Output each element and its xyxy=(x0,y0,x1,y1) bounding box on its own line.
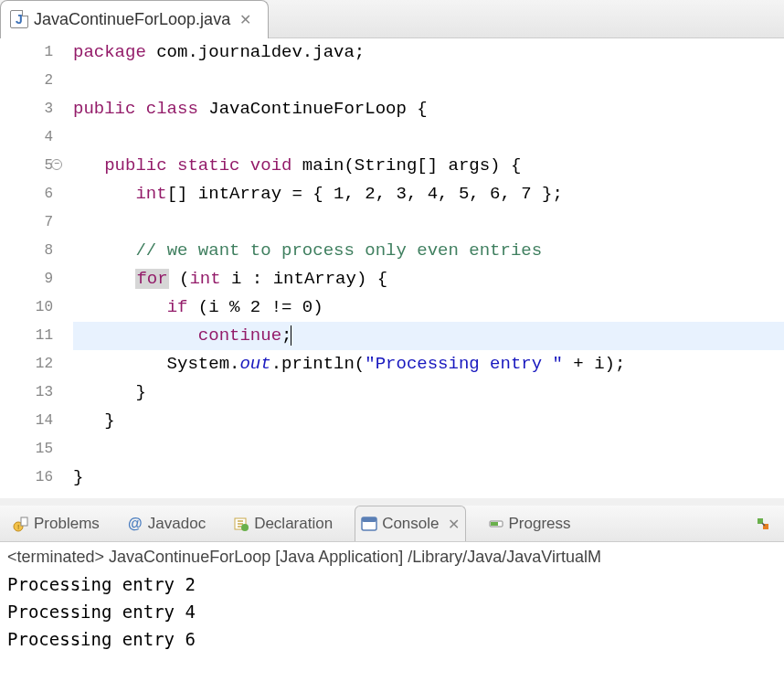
console-output-line: Processing entry 2 xyxy=(7,570,777,598)
tab-javadoc[interactable]: @ Javadoc xyxy=(122,506,211,541)
code-line[interactable]: public static void main(String[] args) { xyxy=(73,152,784,180)
editor-tab-filename: JavaContinueForLoop.java xyxy=(34,10,230,29)
progress-icon xyxy=(488,516,504,532)
console-status-line: <terminated> JavaContinueForLoop [Java A… xyxy=(7,548,777,567)
code-line[interactable]: package com.journaldev.java; xyxy=(73,38,784,67)
view-tab-bar: ! Problems @ Javadoc Declaration Console… xyxy=(0,506,784,542)
svg-text:!: ! xyxy=(17,523,19,531)
problems-icon: ! xyxy=(13,516,29,532)
tab-problems[interactable]: ! Problems xyxy=(7,506,105,541)
editor-tab-active[interactable]: J JavaContinueForLoop.java ✕ xyxy=(0,0,269,38)
editor-tab-bar: J JavaContinueForLoop.java ✕ xyxy=(0,0,784,38)
tab-progress[interactable]: Progress xyxy=(482,506,577,541)
code-line[interactable]: continue; xyxy=(73,322,784,350)
code-line[interactable]: public class JavaContinueForLoop { xyxy=(73,95,784,123)
java-file-icon: J xyxy=(10,10,28,28)
code-editor[interactable]: 12345−678910111213141516 package com.jou… xyxy=(0,38,784,498)
close-icon[interactable]: ✕ xyxy=(448,516,460,533)
line-number: 4 xyxy=(0,123,53,152)
tab-label: Problems xyxy=(34,515,100,533)
code-line[interactable]: for (int i : intArray) { xyxy=(73,265,784,293)
line-number: 2 xyxy=(0,67,53,95)
code-line[interactable]: int[] intArray = { 1, 2, 3, 4, 5, 6, 7 }… xyxy=(73,180,784,208)
line-number: 15 xyxy=(0,435,53,464)
fold-toggle-icon[interactable]: − xyxy=(51,159,62,170)
console-content: <terminated> JavaContinueForLoop [Java A… xyxy=(0,542,784,658)
declaration-icon xyxy=(233,516,249,532)
code-line[interactable]: // we want to process only even entries xyxy=(73,237,784,265)
javadoc-icon: @ xyxy=(127,516,143,532)
console-output-line: Processing entry 6 xyxy=(7,625,777,653)
svg-point-4 xyxy=(241,524,249,531)
svg-rect-6 xyxy=(362,517,376,522)
toolbar-extra[interactable] xyxy=(749,506,777,541)
code-content[interactable]: package com.journaldev.java;public class… xyxy=(64,38,784,498)
tab-label: Javadoc xyxy=(148,515,206,533)
line-number: 8 xyxy=(0,237,53,265)
svg-rect-8 xyxy=(491,522,498,526)
line-number: 1 xyxy=(0,38,53,67)
tab-label: Declaration xyxy=(254,515,333,533)
pin-icon[interactable] xyxy=(755,516,771,532)
line-number: 16 xyxy=(0,464,53,492)
bottom-panel: ! Problems @ Javadoc Declaration Console… xyxy=(0,498,784,658)
code-line[interactable] xyxy=(73,123,784,152)
line-number: 14 xyxy=(0,407,53,435)
tab-label: Progress xyxy=(509,515,571,533)
text-cursor xyxy=(291,325,291,346)
console-icon xyxy=(361,516,377,532)
tab-declaration[interactable]: Declaration xyxy=(228,506,338,541)
console-output[interactable]: Processing entry 2Processing entry 4Proc… xyxy=(7,570,777,653)
code-line[interactable] xyxy=(73,208,784,237)
tab-console[interactable]: Console ✕ xyxy=(355,506,465,541)
line-number: 12 xyxy=(0,350,53,378)
line-number: 13 xyxy=(0,378,53,407)
code-line[interactable]: } xyxy=(73,378,784,407)
line-number: 9 xyxy=(0,265,53,293)
code-line[interactable]: } xyxy=(73,407,784,435)
console-output-line: Processing entry 4 xyxy=(7,598,777,625)
line-number-gutter: 12345−678910111213141516 xyxy=(0,38,64,498)
close-icon[interactable]: ✕ xyxy=(239,11,251,28)
line-number: 3 xyxy=(0,95,53,123)
code-line[interactable] xyxy=(73,67,784,95)
code-line[interactable] xyxy=(73,435,784,464)
line-number: 7 xyxy=(0,208,53,237)
editor-panel: J JavaContinueForLoop.java ✕ 12345−67891… xyxy=(0,0,784,498)
code-line[interactable]: } xyxy=(73,464,784,492)
line-number: 11 xyxy=(0,322,53,350)
line-number: 5− xyxy=(0,152,53,180)
line-number: 6 xyxy=(0,180,53,208)
line-number: 10 xyxy=(0,293,53,322)
tab-label: Console xyxy=(382,515,439,533)
svg-rect-2 xyxy=(21,517,27,526)
code-line[interactable]: if (i % 2 != 0) xyxy=(73,293,784,322)
code-line[interactable]: System.out.println("Processing entry " +… xyxy=(73,350,784,378)
